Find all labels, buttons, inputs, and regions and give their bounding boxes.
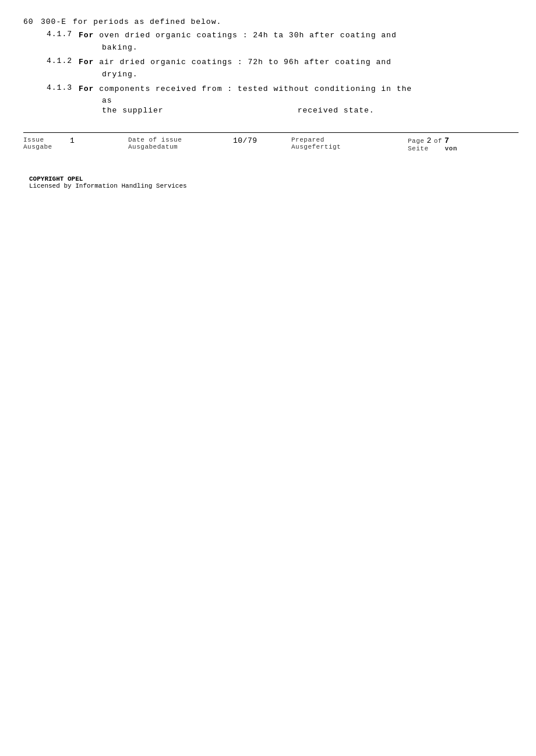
total-pages: 7: [445, 136, 449, 145]
section-413-continuation-row2: the supplier received state.: [47, 106, 519, 115]
copyright-section: COPYRIGHT OPEL Licensed by Information H…: [23, 175, 519, 189]
footer-issue-num-col: 1: [70, 136, 128, 145]
ausgabe-label: Ausgabe: [23, 143, 70, 150]
ausgefertigt-label: Ausgefertigt: [291, 143, 408, 150]
seite-label: Seite: [408, 145, 429, 152]
section-412-row: 4.1.2 For air dried organic coatings : 7…: [47, 57, 519, 69]
ausgabedatum-label: Ausgabedatum: [128, 143, 233, 150]
section-412-continuation: drying.: [47, 70, 519, 79]
section-412-rest: air dried organic coatings : 72h to 96h …: [94, 58, 391, 66]
footer-issue-col: Issue Ausgabe: [23, 136, 70, 150]
page-number: 2: [426, 136, 431, 145]
section-412-num: 4.1.2: [47, 57, 79, 65]
footer-date-value-col: 10/79: [233, 136, 291, 145]
date-value: 10/79: [233, 136, 291, 145]
footer-page-col: Page 2 of 7 Seite von: [408, 136, 478, 152]
section-413-rest: components received from : tested withou…: [94, 85, 412, 93]
section-417-num: 4.1.7: [47, 30, 79, 38]
section-413-received: received state.: [164, 106, 375, 115]
von-text: von: [445, 145, 457, 152]
section-413-row: 4.1.3 For components received from : tes…: [47, 83, 519, 96]
issue-label: Issue: [23, 136, 70, 143]
section-413-continuation-row1: as: [47, 96, 519, 105]
footer-row: Issue Ausgabe 1 Date of issue Ausgabedat…: [23, 136, 519, 152]
header-line: 60 300-E for periods as defined below.: [23, 17, 519, 26]
doc-code: 300-E: [41, 17, 73, 26]
header-intro-text: for periods as defined below.: [73, 17, 519, 26]
section-417-continuation: baking.: [47, 43, 519, 52]
issue-number: 1: [70, 136, 128, 145]
doc-number: 60: [23, 17, 41, 26]
section-413-num: 4.1.3: [47, 83, 79, 92]
section-412-bold: For: [79, 58, 94, 66]
prepared-label: Prepared: [291, 136, 408, 143]
copyright-line2: Licensed by Information Handling Service…: [29, 182, 519, 189]
section-413-supplier: the supplier: [102, 106, 164, 115]
section-413-text: For components received from : tested wi…: [79, 83, 519, 96]
seite-info: Seite von: [408, 145, 478, 152]
footer-prepared-col: Prepared Ausgefertigt: [291, 136, 408, 150]
page-info: Page 2 of 7: [408, 136, 478, 145]
section-412-block: 4.1.2 For air dried organic coatings : 7…: [23, 57, 519, 79]
main-content: 60 300-E for periods as defined below. 4…: [17, 12, 519, 189]
footer: Issue Ausgabe 1 Date of issue Ausgabedat…: [23, 132, 519, 152]
copyright-line1: COPYRIGHT OPEL: [29, 175, 519, 182]
section-417-bold: For: [79, 31, 94, 40]
footer-date-col: Date of issue Ausgabedatum: [128, 136, 233, 150]
section-417-text: For oven dried organic coatings : 24h ta…: [79, 30, 519, 42]
page-label: Page: [408, 138, 424, 145]
section-412-text: For air dried organic coatings : 72h to …: [79, 57, 519, 69]
section-417-rest: oven dried organic coatings : 24h ta 30h…: [94, 31, 396, 40]
section-413-bold: For: [79, 85, 94, 93]
of-text: of: [434, 138, 442, 145]
section-417-block: 4.1.7 For oven dried organic coatings : …: [23, 30, 519, 52]
section-417-row: 4.1.7 For oven dried organic coatings : …: [47, 30, 519, 42]
section-413-block: 4.1.3 For components received from : tes…: [23, 83, 519, 115]
document-page: 60 300-E for periods as defined below. 4…: [0, 0, 536, 756]
section-413-as: as: [102, 96, 131, 105]
date-label: Date of issue: [128, 136, 233, 143]
